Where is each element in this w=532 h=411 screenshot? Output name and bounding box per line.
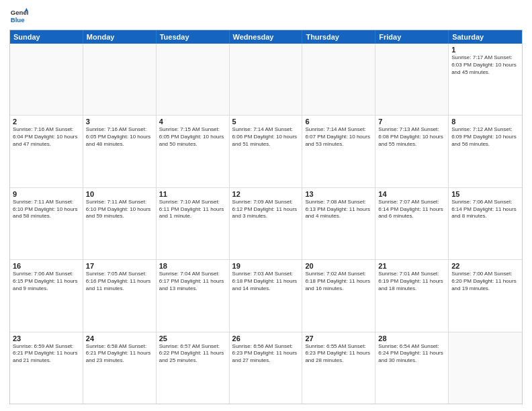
calendar-day-cell: 13Sunrise: 7:08 AM Sunset: 6:13 PM Dayli… [302, 188, 375, 259]
calendar-empty-cell [230, 44, 303, 115]
calendar-day-cell: 19Sunrise: 7:03 AM Sunset: 6:18 PM Dayli… [230, 260, 303, 331]
calendar: SundayMondayTuesdayWednesdayThursdayFrid… [9, 30, 523, 404]
day-number: 3 [86, 118, 153, 126]
day-number: 13 [305, 190, 372, 198]
calendar-day-cell: 21Sunrise: 7:01 AM Sunset: 6:19 PM Dayli… [375, 260, 449, 331]
calendar-day-cell: 2Sunrise: 7:16 AM Sunset: 6:04 PM Daylig… [10, 116, 83, 187]
day-detail: Sunrise: 7:11 AM Sunset: 6:10 PM Dayligh… [86, 199, 153, 220]
calendar-day-cell: 8Sunrise: 7:12 AM Sunset: 6:09 PM Daylig… [449, 116, 522, 187]
day-number: 26 [232, 334, 300, 342]
weekday-header: Saturday [449, 30, 522, 44]
day-number: 7 [378, 118, 445, 126]
day-detail: Sunrise: 6:59 AM Sunset: 6:21 PM Dayligh… [13, 343, 80, 365]
day-detail: Sunrise: 7:17 AM Sunset: 6:03 PM Dayligh… [451, 54, 519, 76]
day-number: 17 [86, 262, 153, 270]
calendar-empty-cell [157, 44, 230, 115]
day-detail: Sunrise: 6:55 AM Sunset: 6:23 PM Dayligh… [305, 343, 372, 365]
weekday-header: Wednesday [230, 30, 303, 44]
day-number: 8 [451, 118, 519, 126]
day-detail: Sunrise: 7:06 AM Sunset: 6:14 PM Dayligh… [451, 199, 519, 220]
day-number: 20 [305, 262, 372, 270]
day-detail: Sunrise: 6:54 AM Sunset: 6:24 PM Dayligh… [378, 343, 445, 365]
calendar-header: SundayMondayTuesdayWednesdayThursdayFrid… [10, 30, 522, 44]
day-number: 23 [13, 334, 80, 342]
weekday-header: Friday [375, 30, 449, 44]
day-detail: Sunrise: 7:09 AM Sunset: 6:12 PM Dayligh… [232, 199, 300, 220]
calendar-body: 1Sunrise: 7:17 AM Sunset: 6:03 PM Daylig… [10, 44, 522, 404]
calendar-week-row: 1Sunrise: 7:17 AM Sunset: 6:03 PM Daylig… [10, 44, 522, 116]
day-detail: Sunrise: 7:02 AM Sunset: 6:18 PM Dayligh… [305, 271, 372, 292]
calendar-week-row: 2Sunrise: 7:16 AM Sunset: 6:04 PM Daylig… [10, 116, 522, 187]
calendar-day-cell: 4Sunrise: 7:15 AM Sunset: 6:05 PM Daylig… [157, 116, 230, 187]
weekday-header: Monday [83, 30, 157, 44]
day-detail: Sunrise: 7:14 AM Sunset: 6:06 PM Dayligh… [232, 126, 300, 148]
day-detail: Sunrise: 7:10 AM Sunset: 6:11 PM Dayligh… [159, 199, 226, 220]
calendar-day-cell: 26Sunrise: 6:56 AM Sunset: 6:23 PM Dayli… [230, 332, 303, 404]
calendar-day-cell: 16Sunrise: 7:06 AM Sunset: 6:15 PM Dayli… [10, 260, 83, 331]
day-number: 27 [305, 334, 372, 342]
day-detail: Sunrise: 7:14 AM Sunset: 6:07 PM Dayligh… [305, 126, 372, 148]
calendar-day-cell: 24Sunrise: 6:58 AM Sunset: 6:21 PM Dayli… [83, 332, 157, 404]
calendar-day-cell: 6Sunrise: 7:14 AM Sunset: 6:07 PM Daylig… [302, 116, 375, 187]
day-detail: Sunrise: 7:03 AM Sunset: 6:18 PM Dayligh… [232, 271, 300, 292]
calendar-day-cell: 5Sunrise: 7:14 AM Sunset: 6:06 PM Daylig… [230, 116, 303, 187]
day-detail: Sunrise: 7:07 AM Sunset: 6:14 PM Dayligh… [378, 199, 445, 220]
calendar-day-cell: 23Sunrise: 6:59 AM Sunset: 6:21 PM Dayli… [10, 332, 83, 404]
day-number: 2 [13, 118, 80, 126]
calendar-week-row: 23Sunrise: 6:59 AM Sunset: 6:21 PM Dayli… [10, 332, 522, 404]
calendar-day-cell: 20Sunrise: 7:02 AM Sunset: 6:18 PM Dayli… [302, 260, 375, 331]
calendar-day-cell: 22Sunrise: 7:00 AM Sunset: 6:20 PM Dayli… [449, 260, 522, 331]
svg-text:Blue: Blue [11, 16, 25, 24]
day-number: 28 [378, 334, 445, 342]
calendar-empty-cell [83, 44, 157, 115]
day-number: 10 [86, 190, 153, 198]
calendar-day-cell: 10Sunrise: 7:11 AM Sunset: 6:10 PM Dayli… [83, 188, 157, 259]
day-number: 25 [159, 334, 226, 342]
calendar-empty-cell [10, 44, 83, 115]
calendar-week-row: 9Sunrise: 7:11 AM Sunset: 6:10 PM Daylig… [10, 188, 522, 260]
calendar-day-cell: 25Sunrise: 6:57 AM Sunset: 6:22 PM Dayli… [157, 332, 230, 404]
calendar-day-cell: 27Sunrise: 6:55 AM Sunset: 6:23 PM Dayli… [302, 332, 375, 404]
day-detail: Sunrise: 7:00 AM Sunset: 6:20 PM Dayligh… [451, 271, 519, 292]
day-detail: Sunrise: 7:04 AM Sunset: 6:17 PM Dayligh… [159, 271, 226, 292]
weekday-header: Tuesday [157, 30, 230, 44]
day-detail: Sunrise: 6:58 AM Sunset: 6:21 PM Dayligh… [86, 343, 153, 365]
calendar-day-cell: 28Sunrise: 6:54 AM Sunset: 6:24 PM Dayli… [375, 332, 449, 404]
day-number: 16 [13, 262, 80, 270]
day-number: 5 [232, 118, 300, 126]
calendar-day-cell: 18Sunrise: 7:04 AM Sunset: 6:17 PM Dayli… [157, 260, 230, 331]
day-number: 1 [451, 46, 519, 54]
day-detail: Sunrise: 7:11 AM Sunset: 6:10 PM Dayligh… [13, 199, 80, 220]
day-detail: Sunrise: 7:16 AM Sunset: 6:05 PM Dayligh… [86, 126, 153, 148]
day-number: 14 [378, 190, 445, 198]
day-number: 19 [232, 262, 300, 270]
calendar-day-cell: 3Sunrise: 7:16 AM Sunset: 6:05 PM Daylig… [83, 116, 157, 187]
day-detail: Sunrise: 7:16 AM Sunset: 6:04 PM Dayligh… [13, 126, 80, 148]
calendar-day-cell: 9Sunrise: 7:11 AM Sunset: 6:10 PM Daylig… [10, 188, 83, 259]
day-detail: Sunrise: 7:05 AM Sunset: 6:16 PM Dayligh… [86, 271, 153, 292]
logo: General Blue [9, 7, 28, 26]
calendar-day-cell: 7Sunrise: 7:13 AM Sunset: 6:08 PM Daylig… [375, 116, 449, 187]
day-number: 21 [378, 262, 445, 270]
calendar-empty-cell [302, 44, 375, 115]
day-number: 18 [159, 262, 226, 270]
calendar-day-cell: 12Sunrise: 7:09 AM Sunset: 6:12 PM Dayli… [230, 188, 303, 259]
calendar-week-row: 16Sunrise: 7:06 AM Sunset: 6:15 PM Dayli… [10, 260, 522, 332]
calendar-day-cell: 14Sunrise: 7:07 AM Sunset: 6:14 PM Dayli… [375, 188, 449, 259]
calendar-day-cell: 11Sunrise: 7:10 AM Sunset: 6:11 PM Dayli… [157, 188, 230, 259]
calendar-day-cell: 1Sunrise: 7:17 AM Sunset: 6:03 PM Daylig… [449, 44, 522, 115]
day-detail: Sunrise: 7:13 AM Sunset: 6:08 PM Dayligh… [378, 126, 445, 148]
header: General Blue [9, 7, 523, 26]
day-number: 22 [451, 262, 519, 270]
day-detail: Sunrise: 7:08 AM Sunset: 6:13 PM Dayligh… [305, 199, 372, 220]
calendar-empty-cell [449, 332, 522, 404]
day-number: 4 [159, 118, 226, 126]
day-detail: Sunrise: 7:12 AM Sunset: 6:09 PM Dayligh… [451, 126, 519, 148]
logo-icon: General Blue [9, 7, 28, 26]
day-detail: Sunrise: 6:56 AM Sunset: 6:23 PM Dayligh… [232, 343, 300, 365]
day-number: 24 [86, 334, 153, 342]
day-detail: Sunrise: 6:57 AM Sunset: 6:22 PM Dayligh… [159, 343, 226, 365]
day-number: 9 [13, 190, 80, 198]
calendar-empty-cell [375, 44, 449, 115]
day-number: 6 [305, 118, 372, 126]
